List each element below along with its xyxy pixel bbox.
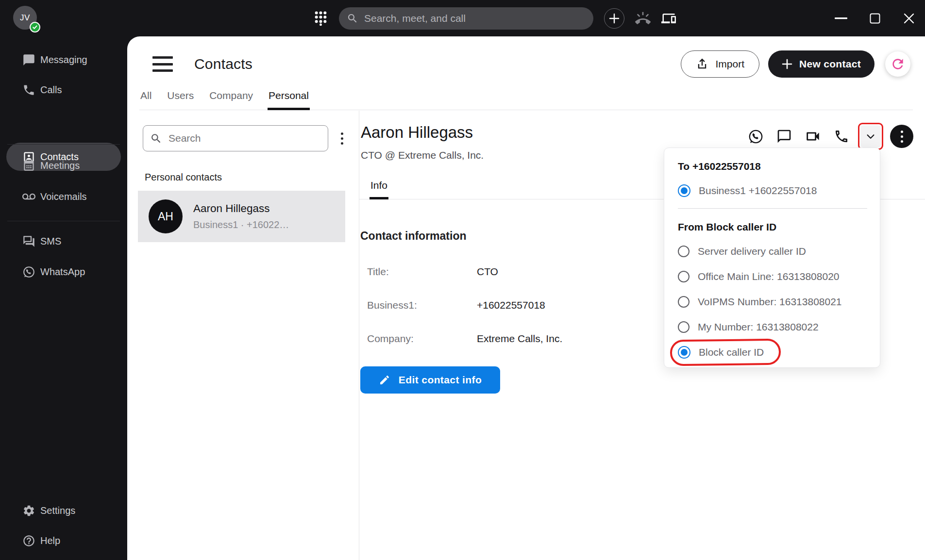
from-option-server-delivery[interactable]: Server delivery caller ID (678, 245, 867, 258)
new-contact-label: New contact (799, 58, 861, 70)
sidebar-item-sms[interactable]: SMS (0, 228, 127, 255)
edit-contact-label: Edit contact info (399, 374, 482, 386)
more-options-button[interactable] (890, 125, 913, 148)
close-button[interactable] (901, 10, 917, 27)
plus-icon (782, 59, 792, 69)
contact-name: Aaron Hillegass (193, 202, 289, 215)
call-action-icon[interactable] (834, 129, 849, 144)
pencil-icon (379, 374, 390, 386)
global-search-input[interactable] (364, 13, 585, 24)
radio-selected-icon[interactable] (678, 184, 690, 197)
window-controls (833, 0, 917, 36)
radio-selected-icon[interactable] (678, 346, 690, 359)
user-avatar[interactable]: JV (13, 6, 37, 30)
radio-icon[interactable] (678, 246, 690, 257)
chevron-down-icon (865, 131, 876, 142)
field-value: Extreme Calls, Inc. (477, 333, 562, 345)
devices-icon[interactable] (661, 11, 676, 26)
from-option-my-number[interactable]: My Number: 16313808022 (678, 320, 867, 334)
from-option-label: Block caller ID (699, 346, 764, 358)
caller-id-menu: To +16022557018 Business1 +16022557018 F… (664, 148, 880, 368)
contacts-header: Contacts Import New contact (152, 50, 910, 78)
phone-icon (22, 83, 35, 97)
upload-icon (696, 58, 708, 70)
calendar-icon (22, 159, 35, 172)
field-value: CTO (477, 266, 498, 278)
tab-users[interactable]: Users (166, 90, 195, 110)
tab-company[interactable]: Company (208, 90, 254, 110)
import-label: Import (715, 58, 744, 70)
maximize-button[interactable] (867, 10, 883, 27)
sidebar-item-messaging[interactable]: Messaging (0, 46, 127, 73)
sidebar-item-label: Calls (40, 84, 62, 96)
search-icon (150, 132, 162, 145)
sidebar-item-calls[interactable]: Calls (0, 76, 127, 103)
contact-list-item[interactable]: AH Aaron Hillegass Business1 · +16022… (138, 191, 345, 242)
radio-icon[interactable] (678, 296, 690, 308)
list-options-kebab-icon[interactable] (338, 130, 346, 148)
close-icon (903, 13, 915, 24)
presence-available-badge (30, 22, 40, 33)
whatsapp-action-icon[interactable] (748, 129, 764, 145)
global-search[interactable] (339, 7, 593, 30)
contact-search[interactable] (143, 125, 328, 151)
contact-avatar: AH (149, 199, 183, 233)
detail-actions (735, 123, 913, 150)
new-contact-button[interactable]: New contact (768, 50, 875, 78)
tab-all[interactable]: All (139, 90, 152, 110)
sidebar-item-label: Meetings (40, 160, 80, 171)
refresh-button[interactable] (885, 51, 910, 77)
gear-icon (22, 504, 35, 517)
contact-search-input[interactable] (168, 132, 321, 144)
from-option-label: My Number: 16313808022 (698, 321, 819, 333)
from-option-label: Office Main Line: 16313808020 (698, 271, 840, 282)
contacts-tabs: All Users Company Personal (139, 90, 913, 110)
contact-phone-summary: Business1 · +16022… (193, 219, 289, 231)
titlebar: JV (0, 0, 925, 36)
from-option-voipms-number[interactable]: VoIPMS Number: 16313808021 (678, 295, 867, 309)
dialpad-icon[interactable] (313, 10, 328, 27)
sidebar-item-label: Settings (40, 505, 75, 516)
field-value: +16022557018 (477, 299, 545, 311)
minimize-button[interactable] (833, 10, 849, 27)
sidebar-item-settings[interactable]: Settings (0, 497, 127, 524)
incoming-call-icon[interactable] (635, 11, 651, 26)
import-button[interactable]: Import (681, 50, 759, 78)
sidebar-item-label: Voicemails (40, 191, 87, 202)
edit-contact-button[interactable]: Edit contact info (360, 366, 500, 394)
radio-icon[interactable] (678, 321, 690, 333)
field-label: Business1: (367, 299, 477, 311)
caller-id-dropdown-button[interactable] (860, 125, 881, 148)
tab-info[interactable]: Info (370, 180, 388, 199)
whatsapp-icon (22, 265, 35, 279)
call-to-heading: To +16022557018 (678, 161, 867, 172)
minimize-icon (835, 17, 847, 19)
help-icon (22, 534, 35, 547)
sidebar-item-whatsapp[interactable]: WhatsApp (0, 258, 127, 285)
voicemail-icon (22, 190, 35, 203)
sidebar-divider (7, 144, 120, 145)
new-actions-button[interactable] (604, 8, 624, 29)
plus-icon (609, 13, 620, 24)
from-option-office-main-line[interactable]: Office Main Line: 16313808020 (678, 270, 867, 283)
video-call-action-icon[interactable] (805, 128, 821, 145)
annotation-box-caller-id-dropdown (858, 123, 883, 150)
sidebar-item-label: Messaging (40, 54, 87, 66)
sidebar-item-help[interactable]: Help (0, 527, 127, 554)
to-option-label: Business1 +16022557018 (699, 185, 817, 197)
tab-personal[interactable]: Personal (268, 90, 310, 110)
sidebar-item-meetings[interactable]: Meetings (0, 152, 127, 179)
menu-divider (678, 208, 867, 209)
sidebar-item-voicemails[interactable]: Voicemails (0, 183, 127, 210)
field-label: Company: (367, 333, 477, 345)
to-option-business1[interactable]: Business1 +16022557018 (678, 184, 867, 198)
from-option-block-caller-id[interactable]: Block caller ID (678, 346, 867, 359)
sidebar-item-label: Help (40, 535, 60, 546)
message-action-icon[interactable] (776, 129, 792, 144)
hamburger-menu-icon[interactable] (152, 56, 173, 72)
call-from-heading: From Block caller ID (678, 221, 867, 233)
check-icon (32, 24, 38, 30)
maximize-icon (870, 13, 880, 24)
radio-icon[interactable] (678, 271, 690, 282)
sidebar-item-label: WhatsApp (40, 266, 85, 278)
